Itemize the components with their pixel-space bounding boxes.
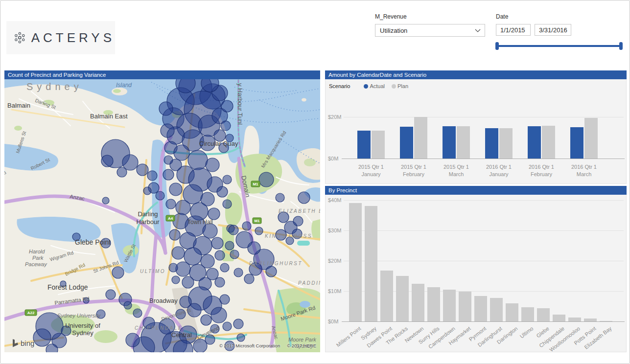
map-bubble[interactable] (102, 197, 109, 204)
map-bubble[interactable] (33, 329, 51, 346)
precinct-bar[interactable] (600, 321, 612, 321)
map-bubble[interactable] (266, 266, 277, 277)
map-bubble[interactable] (126, 333, 140, 347)
map-bubble[interactable] (298, 192, 310, 204)
precinct-bar[interactable] (412, 284, 424, 322)
map-bubble[interactable] (166, 199, 176, 209)
map-bubble[interactable] (176, 200, 190, 215)
map-bubble[interactable] (137, 164, 148, 176)
amount-bar-actual[interactable] (443, 126, 456, 159)
date-end-input[interactable]: 3/31/2016 (535, 24, 571, 36)
map-bubble[interactable] (143, 187, 151, 195)
map-bubble[interactable] (220, 263, 229, 272)
map-bubble[interactable] (182, 276, 194, 288)
amount-bar-actual[interactable] (570, 127, 583, 159)
amount-bar-plan[interactable] (584, 118, 598, 159)
amount-bar-actual[interactable] (357, 131, 371, 159)
map-bubble[interactable] (147, 171, 157, 181)
map-bubble[interactable] (244, 274, 254, 284)
map-bubble[interactable] (156, 191, 164, 200)
slider-handle-start[interactable] (495, 42, 499, 50)
map-bubble[interactable] (248, 242, 260, 254)
map-bubble[interactable] (211, 307, 227, 323)
amount-bar-actual[interactable] (400, 127, 413, 159)
sydney-map[interactable]: A4M1M1A22 SydneyIslandBalmainDarling StB… (4, 79, 320, 352)
amount-bar-plan[interactable] (542, 126, 555, 159)
map-bubble[interactable] (161, 124, 174, 137)
bing-logo[interactable]: bing (12, 339, 34, 347)
date-start-input[interactable]: 1/1/2015 (496, 24, 531, 36)
precinct-bar[interactable] (568, 318, 581, 321)
map-bubble[interactable] (193, 339, 207, 352)
precinct-bar[interactable] (427, 287, 440, 321)
amount-bar-actual[interactable] (528, 126, 541, 159)
map-bubble[interactable] (221, 121, 231, 131)
map-bubble[interactable] (234, 268, 243, 277)
map-bubble[interactable] (106, 290, 116, 299)
precinct-bar[interactable] (396, 276, 409, 321)
map-bubble[interactable] (117, 167, 127, 177)
map-bubble[interactable] (215, 250, 225, 260)
map-bubble[interactable] (172, 276, 180, 284)
precinct-bar[interactable] (474, 296, 487, 321)
map-bubble[interactable] (276, 193, 284, 202)
amount-bar-actual[interactable] (485, 128, 498, 159)
precinct-bar[interactable] (521, 307, 534, 321)
map-bubble[interactable] (221, 100, 233, 112)
slider-track[interactable] (496, 45, 622, 47)
amount-bar-plan[interactable] (372, 131, 385, 159)
map-bubble[interactable] (101, 155, 113, 167)
date-range-slider[interactable] (496, 43, 622, 49)
map-bubble[interactable] (172, 247, 185, 259)
map-bubble[interactable] (169, 183, 182, 196)
legend-item-plan[interactable]: Plan (392, 83, 408, 89)
map-bubble[interactable] (223, 175, 232, 184)
precinct-bar[interactable] (553, 315, 565, 321)
precinct-bar[interactable] (349, 203, 362, 321)
measure-dropdown[interactable]: Utilization (375, 24, 485, 37)
map-bubble[interactable] (259, 172, 274, 187)
map-bubble[interactable] (229, 225, 238, 235)
map-bubble[interactable] (124, 301, 132, 309)
precinct-bar[interactable] (490, 298, 503, 321)
map-bubble[interactable] (223, 200, 232, 208)
map-bubble[interactable] (169, 229, 180, 240)
slider-handle-end[interactable] (619, 42, 623, 50)
precinct-bar[interactable] (365, 206, 377, 321)
map-bubble[interactable] (176, 262, 190, 276)
map-bubble[interactable] (188, 150, 208, 170)
map-bubble[interactable] (133, 309, 142, 318)
precinct-bar[interactable] (584, 318, 597, 321)
precinct-bar[interactable] (537, 308, 550, 321)
map-bubble[interactable] (201, 315, 211, 325)
map-bubble[interactable] (220, 295, 230, 304)
precinct-bar[interactable] (443, 290, 456, 321)
map-bubble[interactable] (233, 319, 243, 329)
precinct-bar[interactable] (506, 303, 518, 321)
legend-item-actual[interactable]: Actual (364, 83, 385, 89)
map-bubble[interactable] (208, 208, 220, 220)
map-bubble[interactable] (180, 296, 191, 308)
map-bubble[interactable] (159, 102, 173, 115)
map-bubble[interactable] (203, 224, 217, 238)
map-bubble[interactable] (174, 145, 189, 160)
map-bubble[interactable] (206, 158, 219, 172)
map-bubble[interactable] (164, 156, 173, 164)
map-bubble[interactable] (215, 277, 225, 287)
map-bubble[interactable] (211, 237, 223, 249)
map-bubble[interactable] (237, 334, 245, 341)
map-bubble[interactable] (225, 241, 234, 250)
precinct-bar[interactable] (459, 292, 471, 321)
map-bubble[interactable] (217, 186, 228, 197)
map-bubble[interactable] (223, 322, 232, 331)
amount-bar-plan[interactable] (457, 126, 470, 159)
amount-bar-plan[interactable] (499, 128, 513, 159)
precinct-bar[interactable] (380, 271, 393, 321)
map-bubble[interactable] (112, 267, 124, 278)
map-bubble[interactable] (163, 169, 174, 180)
amount-bar-plan[interactable] (414, 117, 427, 159)
map-bubble[interactable] (169, 263, 178, 272)
map-bubble[interactable] (255, 227, 263, 235)
map-bubble[interactable] (293, 216, 303, 226)
map-bubble[interactable] (230, 250, 239, 259)
